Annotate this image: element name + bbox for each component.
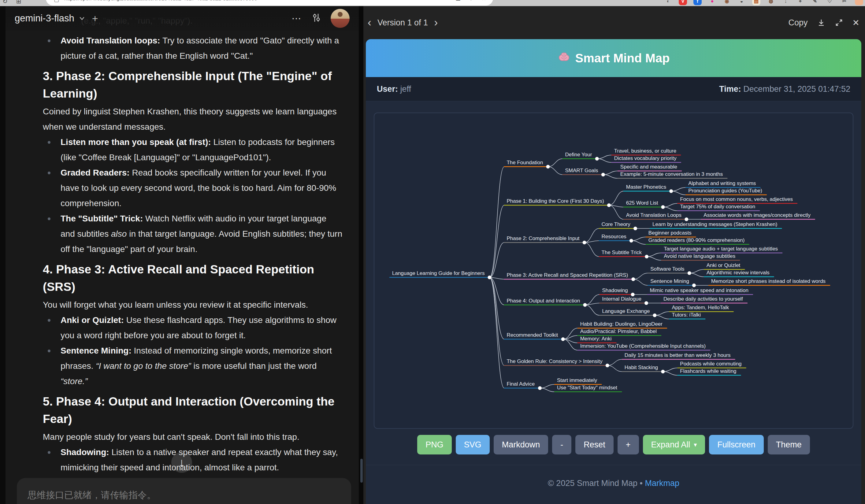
mindmap-node-label[interactable]: Shadowing <box>602 288 628 293</box>
mindmap-node-label[interactable]: Define Your <box>565 152 592 157</box>
extension-icon[interactable]: ⌖ <box>796 0 805 5</box>
extension-icon[interactable]: ◐ <box>664 0 672 5</box>
download-icon[interactable] <box>817 18 826 27</box>
mindmap-node-label[interactable]: Daily 15 minutes is better than weekly 3… <box>625 352 731 358</box>
mindmap-node-label[interactable]: Describe daily activities to yourself <box>664 296 743 302</box>
svg-button[interactable]: SVG <box>456 435 490 455</box>
chat-input[interactable] <box>27 478 334 504</box>
mindmap-node-label[interactable]: Mimic native speaker speed and intonatio… <box>650 288 748 293</box>
mindmap-node-label[interactable]: Alphabet and writing systems <box>688 180 756 186</box>
mindmap-canvas[interactable]: Language Learning Guide for BeginnersThe… <box>374 113 853 429</box>
-button[interactable]: - <box>552 435 572 455</box>
markmap-link[interactable]: Markmap <box>645 479 679 488</box>
mindmap-node-label[interactable]: Example: 5-minute conversation in 3 mont… <box>620 171 723 177</box>
mindmap-node-label[interactable]: Dictates vocabulary priority <box>614 155 677 161</box>
extension-icon[interactable]: ↓ <box>782 0 790 5</box>
mindmap-node-label[interactable]: Target language audio + target language … <box>664 246 778 252</box>
address-bar-icon[interactable]: ⚙ <box>469 0 473 2</box>
extension-icon[interactable]: ✎ <box>811 0 819 5</box>
mindmap-node-label[interactable]: 625 Word List <box>626 200 658 206</box>
user-avatar[interactable] <box>331 9 350 28</box>
png-button[interactable]: PNG <box>417 435 452 455</box>
mindmap-node-label[interactable]: Avoid native language subtitles <box>664 253 735 259</box>
address-bar[interactable]: ▢ https://open-webui.yungtzedaldata.site… <box>46 0 493 5</box>
version-prev-button[interactable]: ‹ <box>367 16 372 29</box>
expand-all-button[interactable]: Expand All▾ <box>643 435 705 455</box>
mindmap-node-label[interactable]: Phase 2: Comprehensible Input <box>507 235 579 241</box>
mindmap-node-label[interactable]: Apps: Tandem, HelloTalk <box>672 305 729 310</box>
mindmap-node-label[interactable]: Phase 1: Building the Core (First 30 Day… <box>507 198 604 204</box>
extension-icon[interactable]: ● <box>708 0 716 5</box>
reset-button[interactable]: Reset <box>575 435 614 455</box>
extension-icon[interactable]: V <box>679 0 687 5</box>
mindmap-node-label[interactable]: Habit Building: Duolingo, LingoDeer <box>580 321 663 327</box>
mindmap-node-label[interactable]: Internal Dialogue <box>602 296 642 302</box>
extension-icon[interactable]: f <box>693 0 702 5</box>
mindmap-node-label[interactable]: The Foundation <box>507 160 543 165</box>
page-icon: ▢ <box>54 0 59 3</box>
extension-icon[interactable]: ◒ <box>737 0 746 5</box>
chat-scrollbar[interactable] <box>360 459 363 483</box>
mindmap-node-label[interactable]: Resources <box>602 234 626 239</box>
mindmap-node-label[interactable]: Anki or Quizlet <box>706 262 740 268</box>
mindmap-node-label[interactable]: Language Learning Guide for Beginners <box>392 270 484 276</box>
extension-icon[interactable]: ◍ <box>767 0 775 5</box>
mindmap-node-label[interactable]: Memory: Anki <box>580 336 612 342</box>
mindmap-node-label[interactable]: Audio/Practical: Pimsleur, Babbel <box>580 328 657 334</box>
mindmap-node-label[interactable]: Memorize short phrases instead of isolat… <box>711 278 826 284</box>
version-next-button[interactable]: › <box>433 16 439 29</box>
mindmap-node-label[interactable]: Specific and measurable <box>620 164 677 170</box>
mindmap-node-label[interactable]: Recommended Toolkit <box>507 332 558 338</box>
mindmap-node-label[interactable]: Habit Stacking <box>625 365 658 370</box>
mindmap-node-label[interactable]: Travel, business, or culture <box>614 148 676 154</box>
mindmap-node-label[interactable]: Core Theory <box>602 221 631 227</box>
model-selector[interactable]: gemini-3-flash <box>15 13 74 24</box>
theme-button[interactable]: Theme <box>768 435 810 455</box>
mindmap-node-label[interactable]: Software Tools <box>650 266 684 272</box>
controls-sliders-icon[interactable] <box>311 13 322 24</box>
mindmap-node-label[interactable]: Focus on most common nouns, verbs, adjec… <box>680 196 793 202</box>
extension-icon[interactable]: ♡ <box>826 0 834 5</box>
mindmap-node-label[interactable]: Target 75% of daily conversation <box>680 204 755 210</box>
address-bar-icon[interactable]: ☆ <box>482 0 486 2</box>
close-icon[interactable]: ✕ <box>852 18 860 28</box>
-button[interactable]: + <box>618 435 639 455</box>
chat-input-box[interactable] <box>17 478 351 504</box>
mindmap-node-label[interactable]: Phase 3: Active Recall and Spaced Repeti… <box>507 272 628 278</box>
extension-icon[interactable]: ◉ <box>723 0 731 5</box>
mindmap-node-label[interactable]: The Subtitle Trick <box>602 249 642 255</box>
address-bar-icon[interactable]: ❏ <box>456 0 461 2</box>
mindmap-node-label[interactable]: Tutors: iTalki <box>672 312 701 318</box>
mindmap-node-label[interactable]: Avoid Translation Loops <box>626 212 681 218</box>
mindmap-node-label[interactable]: Podcasts while commuting <box>680 361 741 367</box>
mindmap-node-label[interactable]: Phase 4: Output and Interaction <box>507 298 580 304</box>
mindmap-node-label[interactable]: Immersion: YouTube (Comprehensible Input… <box>580 343 706 349</box>
mindmap-node-label[interactable]: Pronunciation guides (YouTube) <box>688 188 762 194</box>
mindmap-node-label[interactable]: The Golden Rule: Consistency > Intensity <box>507 359 602 364</box>
mindmap-node-label[interactable]: Use "Start Today" mindset <box>557 385 617 390</box>
mindmap-node-label[interactable]: Start immediately <box>557 377 597 383</box>
mindmap-node-label[interactable]: Sentence Mining <box>650 278 689 284</box>
browser-nav-icon[interactable]: ⊞ <box>16 0 21 5</box>
mindmap-node-label[interactable]: Flashcards while waiting <box>680 368 736 374</box>
mindmap-node-label[interactable]: Learn by understanding messages (Stephen… <box>653 221 777 227</box>
copy-button[interactable]: Copy <box>788 18 808 27</box>
mindmap-node-label[interactable]: Algorithmic review intervals <box>706 270 770 276</box>
mindmap-node-label[interactable]: Graded readers (80-90% comprehension) <box>648 237 745 243</box>
extension-icon[interactable]: ▤ <box>752 0 760 5</box>
browser-nav-icon[interactable]: ↻ <box>2 0 8 5</box>
chevron-down-icon[interactable] <box>78 14 86 22</box>
overflow-menu-icon[interactable]: ⋯ <box>291 13 302 24</box>
fullscreen-button[interactable]: Fullscreen <box>709 435 764 455</box>
mindmap-node-label[interactable]: Beginner podcasts <box>648 230 692 236</box>
extension-icon[interactable]: ✂ <box>840 0 849 5</box>
fullscreen-icon[interactable] <box>835 18 843 27</box>
mindmap-node-label[interactable]: Final Advice <box>507 381 535 387</box>
mindmap-node-label[interactable]: Language Exchange <box>602 308 650 314</box>
new-chat-button[interactable]: + <box>92 13 98 24</box>
extension-icon[interactable]: ● <box>855 0 863 5</box>
mindmap-node-label[interactable]: SMART Goals <box>565 167 598 173</box>
mindmap-node-label[interactable]: Associate words with images/concepts dir… <box>704 212 810 218</box>
mindmap-node-label[interactable]: Master Phonetics <box>626 184 666 190</box>
markdown-button[interactable]: Markdown <box>494 435 549 455</box>
